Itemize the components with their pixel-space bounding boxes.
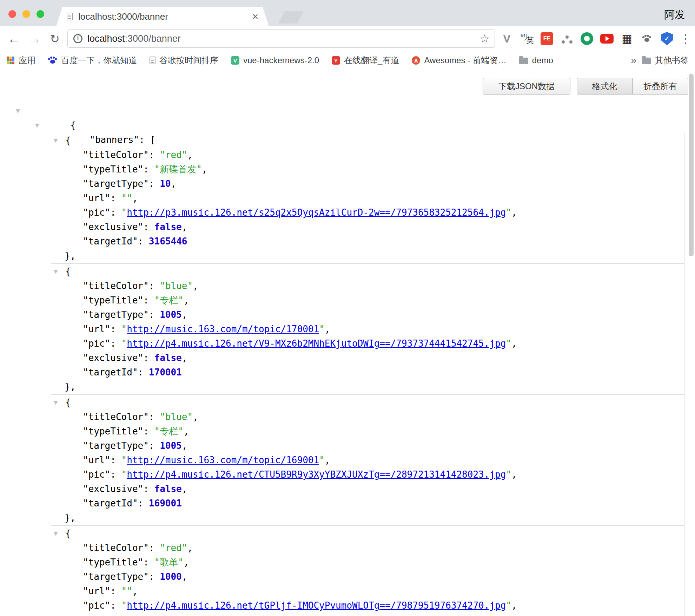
json-key: "pic" [83, 469, 110, 480]
json-key: "pic" [83, 600, 110, 611]
json-string-value: " [319, 324, 325, 334]
fehelper-extension-icon[interactable]: FE [540, 32, 554, 46]
json-open-brace-line: ▼{ [51, 395, 684, 410]
json-punctuation: , [182, 309, 187, 320]
translate-glyphs: en 英 [520, 32, 534, 46]
json-property-line: "titleColor": "blue", [51, 279, 684, 293]
bookmark-other-bookmarks[interactable]: 其他书签 [642, 55, 689, 66]
json-string-value: "blue" [160, 412, 193, 422]
json-url-link[interactable]: http://music.163.com/m/topic/169001 [127, 455, 319, 465]
json-punctuation: }, [65, 381, 75, 392]
banner-object-block: ▼{"titleColor": "blue","typeTitle": "专栏"… [51, 264, 684, 395]
json-string-value: "" [121, 193, 132, 203]
json-string-value: " [319, 455, 325, 465]
json-punctuation: , [182, 222, 187, 232]
json-open-brace-line: ▼{ [51, 526, 684, 541]
youtube-extension-icon[interactable] [600, 32, 614, 46]
paw-extension-icon[interactable] [640, 32, 654, 46]
vimium-extension-icon[interactable]: V [500, 32, 514, 46]
bookmark-label: 其他书签 [655, 55, 689, 66]
window-controls [8, 10, 44, 18]
json-key: "exclusive" [83, 222, 143, 232]
json-string-value: " [506, 207, 511, 218]
format-button[interactable]: 格式化 [577, 78, 633, 94]
bookmark-awesomes[interactable]: A Awesomes - 前端资… [412, 55, 506, 66]
json-punctuation: : [149, 281, 160, 291]
json-punctuation: { [65, 397, 71, 408]
json-property-line: "url": "http://music.163.com/m/topic/170… [51, 322, 684, 336]
close-window-button[interactable] [8, 10, 16, 18]
shield-check-extension-icon[interactable]: ✓ [660, 32, 674, 46]
qrcode-extension-icon[interactable]: ▦ [620, 32, 634, 46]
back-button[interactable]: ← [7, 32, 21, 45]
browser-tab[interactable]: localhost:3000/banner × [56, 7, 269, 26]
json-key: "pic" [83, 338, 110, 349]
json-punctuation: , [325, 324, 330, 334]
json-string-value: "歌单" [154, 557, 184, 568]
json-string-value: " [121, 324, 127, 334]
json-key: "typeTitle" [83, 426, 143, 437]
bookmark-label: 百度一下，你就知道 [61, 55, 137, 66]
json-property-line: "titleColor": "red", [51, 148, 684, 162]
json-punctuation: { [65, 135, 71, 146]
bookmark-apps[interactable]: 应用 [6, 55, 35, 66]
banner-object-block: ▼{"titleColor": "red","typeTitle": "歌单",… [51, 526, 684, 616]
bookmark-label: demo [532, 55, 553, 65]
format-collapse-group: 格式化 折叠所有 [577, 78, 688, 94]
json-punctuation: , [182, 571, 187, 582]
json-property-line: "titleColor": "blue", [51, 410, 684, 424]
org-chart-extension-icon[interactable] [560, 32, 574, 46]
minimize-window-button[interactable] [22, 10, 30, 18]
json-key: "targetId" [83, 367, 138, 378]
json-punctuation: : [138, 367, 149, 378]
json-open-brace-line: ▼{ [51, 133, 684, 148]
bookmark-baidu[interactable]: 百度一下，你就知道 [48, 55, 137, 66]
json-key: "titleColor" [83, 412, 149, 422]
json-punctuation: : [110, 600, 121, 611]
bookmarks-overflow-icon[interactable]: » [631, 55, 636, 66]
json-punctuation: : [143, 615, 154, 616]
json-property-line: "pic": "http://p4.music.126.net/tGPljf-I… [51, 598, 684, 613]
json-url-link[interactable]: http://p4.music.126.net/tGPljf-IMOCyPvum… [127, 600, 506, 611]
json-key: "url" [83, 324, 110, 334]
green-ring-extension-icon[interactable] [580, 32, 594, 46]
json-punctuation: , [132, 193, 138, 203]
translate-extension-icon[interactable]: en 英 [520, 32, 534, 46]
collapse-toggle-icon[interactable]: ▼ [54, 133, 58, 148]
json-key: "exclusive" [83, 353, 143, 363]
page-info-icon[interactable]: i [73, 34, 82, 43]
bookmark-youdao-translate[interactable]: Y 在线翻译_有道 [332, 55, 399, 66]
bookmark-vue-hackernews[interactable]: V vue-hackernews-2.0 [231, 55, 319, 65]
bookmark-star-icon[interactable]: ☆ [479, 32, 490, 45]
bookmark-google-sort[interactable]: 谷歌按时间排序 [150, 55, 218, 66]
url-bar[interactable]: i localhost:3000/banner ☆ [67, 30, 495, 48]
json-punctuation: : [143, 164, 154, 175]
json-string-value: " [121, 600, 127, 611]
fullscreen-window-button[interactable] [37, 10, 44, 18]
chrome-menu-icon[interactable]: ⋮ [680, 32, 691, 46]
json-url-link[interactable]: http://p4.music.126.net/V9-MXz6b2MNhEKju… [127, 338, 506, 349]
url-text[interactable]: localhost:3000/banner [87, 33, 181, 44]
scrollbar-thumb[interactable] [689, 74, 694, 256]
collapse-toggle-icon[interactable]: ▼ [35, 118, 39, 133]
close-tab-icon[interactable]: × [252, 11, 258, 22]
apps-grid-icon [6, 56, 15, 65]
json-url-link[interactable]: http://music.163.com/m/topic/170001 [127, 324, 319, 334]
collapse-toggle-icon[interactable]: ▼ [54, 526, 58, 541]
shield-check-glyph: ✓ [661, 32, 673, 45]
json-url-link[interactable]: http://p4.music.126.net/CTU5B9R9y3XyYBZX… [127, 469, 506, 480]
reload-button[interactable]: ↻ [48, 33, 62, 45]
collapse-all-button[interactable]: 折叠所有 [633, 78, 688, 94]
download-json-button[interactable]: 下载JSON数据 [483, 78, 570, 94]
json-url-link[interactable]: http://p3.music.126.net/s25q2x5QyqsAzilC… [127, 207, 506, 218]
collapse-toggle-icon[interactable]: ▼ [16, 104, 20, 118]
banner-object-block: ▼{"titleColor": "red","typeTitle": "新碟首发… [51, 133, 684, 264]
collapse-toggle-icon[interactable]: ▼ [54, 395, 58, 410]
collapse-toggle-icon[interactable]: ▼ [54, 264, 58, 279]
json-punctuation: { [65, 528, 71, 539]
new-tab-button[interactable] [278, 11, 304, 24]
forward-button[interactable]: → [27, 32, 41, 45]
paw-glyph [642, 34, 651, 43]
bookmark-demo-folder[interactable]: demo [519, 55, 553, 65]
json-boolean-value: false [154, 615, 182, 616]
